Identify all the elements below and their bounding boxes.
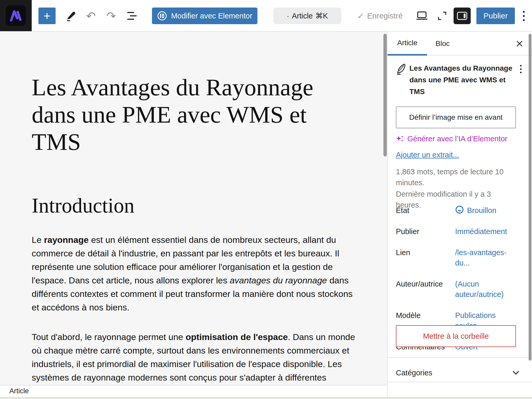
tab-article[interactable]: Article (388, 32, 427, 56)
close-sidebar-button[interactable] (514, 38, 525, 49)
categories-panel-toggle[interactable]: Catégories (396, 364, 520, 382)
set-featured-image-button[interactable]: Définir l’image mise en avant (396, 107, 516, 128)
breadcrumb[interactable]: Article (9, 387, 29, 395)
kebab-icon (520, 65, 522, 66)
post-actions-kebab[interactable] (517, 62, 524, 74)
fullscreen-icon (436, 10, 448, 22)
site-logo-icon (6, 5, 26, 26)
paragraph-1[interactable]: Le rayonnage est un élément essentiel da… (32, 233, 360, 314)
undo-icon: ↶ (86, 9, 96, 23)
paragraph-2[interactable]: Tout d'abord, le rayonnage permet une op… (32, 330, 360, 385)
command-label: Article (292, 12, 313, 20)
kebab-icon (523, 11, 525, 13)
check-icon: ✓ (357, 11, 364, 21)
laptop-icon (415, 11, 428, 21)
content-scrollbar[interactable] (383, 34, 387, 156)
draft-status-icon (455, 205, 464, 214)
settings-sidebar-toggle[interactable] (454, 8, 471, 24)
elementor-icon (157, 11, 167, 21)
status-value-link[interactable]: Brouillon (455, 205, 520, 216)
options-kebab-button[interactable] (518, 8, 529, 24)
tab-bloc[interactable]: Bloc (427, 32, 458, 56)
editor-canvas[interactable]: Les Avantages du Rayonnage dans une PME … (0, 32, 387, 385)
preview-button[interactable] (414, 8, 430, 24)
elementor-button-label: Modifier avec Elementor (171, 12, 252, 20)
edit-with-elementor-button[interactable]: Modifier avec Elementor (152, 8, 257, 24)
sidebar-divider (388, 382, 532, 382)
redo-button[interactable]: ↷ (104, 8, 118, 24)
pencil-icon (65, 10, 77, 22)
ai-link-label: Générer avec l’IA d’Elementor (407, 135, 507, 143)
window-bottom-strip (0, 397, 532, 399)
settings-sidebar: Article Bloc Les Avantages du Rayonnage … (387, 32, 532, 397)
command-shortcut: ⌘K (315, 11, 328, 20)
row-link: Lien /les-avantages-du... (396, 247, 520, 268)
post-card-title[interactable]: Les Avantages du Rayonnage dans une PME … (409, 62, 517, 97)
post-title[interactable]: Les Avantages du Rayonnage dans une PME … (32, 74, 360, 156)
command-palette[interactable]: · Article ⌘K (273, 8, 341, 24)
block-inserter-button[interactable]: + (38, 8, 56, 24)
close-icon (516, 40, 523, 48)
generate-with-ai-link[interactable]: Générer avec l’IA d’Elementor (396, 135, 507, 143)
post-summary-card: Les Avantages du Rayonnage dans une PME … (396, 62, 524, 97)
redo-icon: ↷ (107, 9, 116, 23)
sidebar-panel-icon (456, 11, 468, 21)
sidebar-divider (388, 357, 532, 358)
publish-value-link[interactable]: Immédiatement (455, 226, 520, 237)
publish-button[interactable]: Publier (476, 8, 515, 24)
row-author: Auteur/autrice (Aucun auteur/autrice) (396, 279, 520, 300)
sidebar-tabs: Article Bloc (388, 32, 532, 56)
row-publish: Publier Immédiatement (396, 226, 520, 237)
list-view-icon (126, 11, 138, 20)
chevron-down-icon (512, 370, 520, 375)
footer-divider (0, 385, 387, 385)
permalink-value-link[interactable]: /les-avantages-du... (455, 247, 520, 268)
word-count-text: 1,863 mots, temps de lecture 10 minutes. (396, 166, 518, 188)
command-dot: · (287, 12, 289, 20)
fullscreen-button[interactable] (434, 8, 450, 24)
categories-label: Catégories (396, 369, 432, 377)
move-to-trash-button[interactable]: Mettre à la corbeille (396, 325, 516, 347)
author-value-link[interactable]: (Aucun auteur/autrice) (455, 279, 520, 300)
add-excerpt-link[interactable]: Ajouter un extrait... (396, 151, 459, 159)
editor-topbar: + ↶ ↷ (0, 0, 532, 32)
intro-heading[interactable]: Introduction (32, 194, 360, 217)
site-logo-button[interactable] (0, 0, 32, 31)
undo-button[interactable]: ↶ (84, 8, 98, 24)
wordpress-editor: + ↶ ↷ (0, 0, 532, 399)
tools-pencil-button[interactable] (63, 8, 79, 24)
ai-sparkle-icon (396, 135, 404, 143)
list-view-button[interactable] (124, 8, 140, 24)
sidebar-scrollbar[interactable] (529, 34, 531, 361)
row-status: État Brouillon (396, 205, 520, 216)
post-feather-icon (396, 62, 409, 75)
saved-status: ✓ Enregistré (355, 8, 405, 24)
saved-label: Enregistré (367, 11, 403, 20)
